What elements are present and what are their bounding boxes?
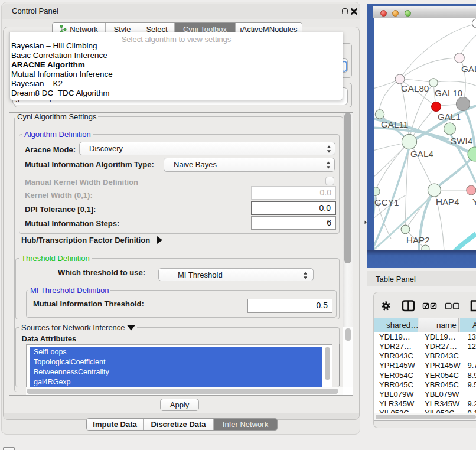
svg-text:GCY1: GCY1 <box>374 197 399 207</box>
svg-text:GAL1: GAL1 <box>438 112 461 122</box>
svg-text:HAP4: HAP4 <box>436 197 459 207</box>
svg-text:GAL11: GAL11 <box>381 119 408 129</box>
svg-text:SWI4: SWI4 <box>451 136 472 146</box>
svg-text:GAL10: GAL10 <box>435 88 462 98</box>
svg-text:HAP2: HAP2 <box>406 235 430 245</box>
svg-text:GAL4: GAL4 <box>410 149 433 159</box>
svg-text:YD: YD <box>472 197 476 207</box>
svg-text:GAL2: GAL2 <box>461 64 476 74</box>
svg-text:GAL80: GAL80 <box>401 83 429 93</box>
